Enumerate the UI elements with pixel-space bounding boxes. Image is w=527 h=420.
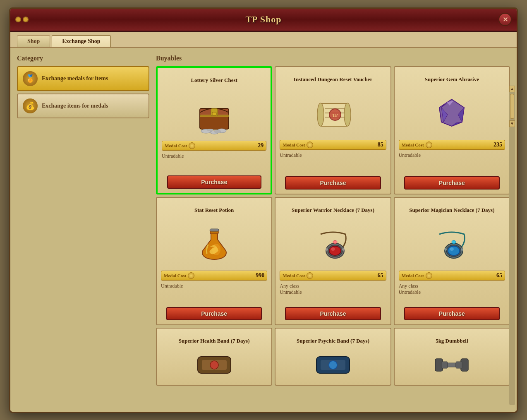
medal-icon-2: [426, 142, 432, 148]
deco-circle-2: [23, 17, 29, 22]
svg-rect-52: [456, 362, 462, 368]
item-desc-2: Untradable: [399, 152, 505, 174]
scroll-down-button[interactable]: ▼: [509, 120, 515, 127]
item-name-8: 5kg Dumbbell: [436, 333, 468, 349]
svg-point-40: [461, 248, 463, 251]
medal-cost-value-4: 65: [378, 272, 383, 279]
medal-cost-value-2: 235: [493, 142, 502, 148]
medal-cost-bar-0: Medal Cost 29: [162, 141, 266, 151]
item-image-8: [429, 353, 474, 377]
medal-cost-bar-3: Medal Cost 990: [161, 271, 267, 281]
item-card-dungeon-reset-voucher[interactable]: Instanced Dungeon Reset Voucher: [275, 66, 391, 194]
buyables-section: Buyables Lottery Silver Chest: [156, 55, 510, 386]
item-card-health-band[interactable]: Superior Health Band (7 Days): [156, 328, 272, 386]
purchase-button-0[interactable]: Purchase: [167, 175, 261, 189]
item-image-6: [192, 353, 237, 377]
item-name-6: Superior Health Band (7 Days): [179, 333, 250, 349]
medal-cost-value-1: 85: [378, 142, 383, 148]
item-name-0: Lottery Silver Chest: [191, 72, 237, 89]
scroll-thumb[interactable]: [510, 94, 514, 119]
item-card-stat-reset-potion[interactable]: Stat Reset Potion: [156, 197, 272, 325]
tab-exchange-shop[interactable]: Exchange Shop: [52, 35, 110, 47]
scroll-up-button[interactable]: ▲: [509, 86, 515, 92]
svg-point-44: [210, 361, 218, 369]
purchase-button-2[interactable]: Purchase: [404, 176, 500, 190]
buyables-title: Buyables: [156, 55, 510, 62]
tab-shop[interactable]: Shop: [17, 35, 50, 47]
medal-cost-label-2: Medal Cost: [402, 142, 432, 148]
item-desc-1: Untradable: [280, 152, 386, 174]
item-image-2: [429, 91, 474, 137]
medal-icon-4: [307, 272, 313, 279]
sidebar-item-exchange-medals[interactable]: 🏅 Exchange medals for items: [17, 66, 149, 91]
item-desc-5: Any class Untradable: [399, 283, 505, 305]
item-desc-0: Untradable: [162, 153, 266, 173]
items-grid: Lottery Silver Chest: [156, 66, 510, 386]
item-name-5: Superior Magician Necklace (7 Days): [409, 202, 494, 218]
item-card-superior-gem-abrasive[interactable]: Superior Gem Abrasive: [394, 66, 510, 194]
svg-text:TP: TP: [333, 113, 338, 118]
item-name-4: Superior Warrior Necklace (7 Days): [292, 202, 374, 218]
deco-circle-1: [15, 17, 21, 22]
medal-cost-label-3: Medal Cost: [164, 272, 194, 279]
medal-cost-label-5: Medal Cost: [402, 272, 432, 279]
medal-cost-label-0: Medal Cost: [165, 142, 195, 149]
svg-point-12: [344, 103, 351, 126]
svg-rect-27: [210, 229, 219, 231]
title-decoration-left: [15, 17, 29, 22]
window-title: TP Shop: [245, 14, 281, 25]
scrollbar: ▲ ▼: [509, 86, 515, 405]
medal-cost-value-5: 65: [496, 272, 502, 279]
close-button[interactable]: ✕: [498, 13, 512, 26]
purchase-button-1[interactable]: Purchase: [285, 176, 381, 190]
svg-point-33: [342, 248, 345, 251]
main-content: Category 🏅 Exchange medals for items 💰 E…: [10, 48, 517, 392]
sidebar-item-exchange-items[interactable]: 💰 Exchange items for medals: [17, 94, 149, 118]
title-bar: TP Shop ✕: [10, 9, 517, 32]
item-card-psychic-band[interactable]: Superior Psychic Band (7 Days): [275, 328, 391, 386]
svg-point-32: [326, 248, 328, 251]
item-card-dumbbell[interactable]: 5kg Dumbbell: [394, 328, 510, 386]
item-image-3: [192, 222, 237, 267]
item-card-warrior-necklace[interactable]: Superior Warrior Necklace (7 Days): [275, 197, 391, 325]
svg-point-41: [452, 240, 456, 244]
medal-cost-bar-2: Medal Cost 235: [399, 140, 505, 150]
medal-cost-label-4: Medal Cost: [283, 272, 313, 279]
svg-point-30: [329, 246, 341, 255]
svg-rect-51: [441, 362, 448, 368]
sidebar-title: Category: [17, 55, 149, 62]
purchase-button-4[interactable]: Purchase: [285, 307, 381, 320]
medal-cost-value-0: 29: [258, 142, 264, 149]
medal-cost-bar-5: Medal Cost 65: [399, 271, 505, 281]
medal-icon-5: [426, 272, 432, 279]
item-image-5: [429, 222, 474, 267]
svg-point-39: [444, 248, 447, 251]
purchase-button-5[interactable]: Purchase: [404, 307, 500, 320]
purchase-button-3[interactable]: Purchase: [166, 307, 262, 320]
svg-rect-4: [212, 112, 216, 115]
exchange-medals-icon: 🏅: [23, 71, 38, 86]
svg-point-11: [317, 103, 324, 126]
medal-cost-value-3: 990: [256, 272, 264, 279]
item-image-0: [192, 92, 237, 137]
svg-rect-48: [448, 363, 456, 367]
item-card-lottery-silver-chest[interactable]: Lottery Silver Chest: [156, 66, 272, 194]
svg-point-8: [207, 129, 213, 131]
medal-cost-bar-4: Medal Cost 65: [280, 271, 386, 281]
item-name-1: Instanced Dungeon Reset Voucher: [294, 71, 372, 88]
svg-point-47: [329, 361, 337, 369]
item-image-4: [310, 222, 356, 267]
svg-point-37: [448, 246, 460, 255]
exchange-items-icon: 💰: [23, 98, 38, 113]
item-desc-4: Any class Untradable: [280, 283, 386, 305]
item-card-magician-necklace[interactable]: Superior Magician Necklace (7 Days): [394, 197, 510, 325]
medal-icon-3: [188, 272, 194, 279]
medal-icon-0: [189, 142, 195, 149]
svg-point-31: [331, 247, 335, 251]
item-image-7: [310, 353, 356, 377]
medal-icon-1: [307, 142, 313, 148]
main-window: TP Shop ✕ Shop Exchange Shop Category 🏅 …: [9, 7, 518, 413]
svg-point-9: [214, 130, 221, 133]
item-name-7: Superior Psychic Band (7 Days): [297, 333, 369, 349]
item-desc-3: Untradable: [161, 283, 267, 305]
